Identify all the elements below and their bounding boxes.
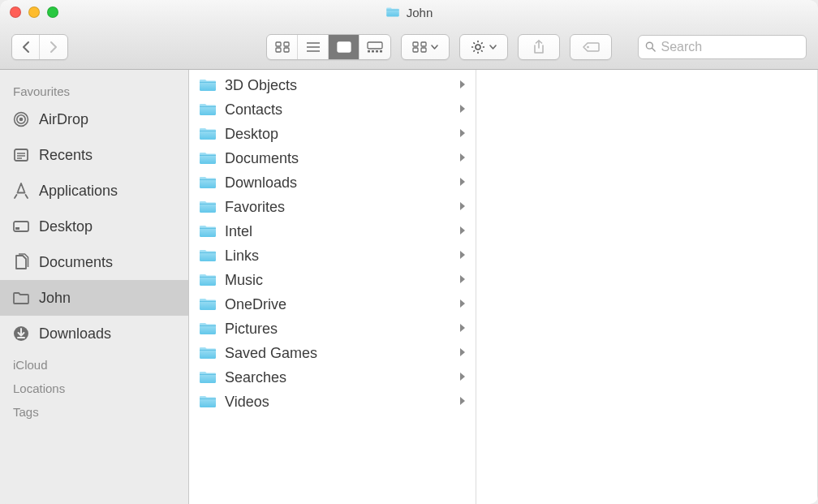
folder-icon: [199, 175, 217, 190]
folder-row[interactable]: OneDrive: [189, 292, 476, 317]
folder-row[interactable]: Links: [189, 243, 476, 268]
folder-row[interactable]: Videos: [189, 390, 476, 414]
documents-icon: [11, 253, 31, 271]
folder-icon: [11, 291, 31, 305]
sidebar-item-label: Desktop: [39, 218, 93, 235]
folder-icon: [199, 394, 217, 409]
sidebar-item-applications[interactable]: Applications: [0, 173, 188, 209]
column-browser: 3D ObjectsContactsDesktopDocumentsDownlo…: [189, 70, 818, 504]
folder-label: Searches: [225, 369, 452, 386]
arrange-button[interactable]: [402, 35, 449, 59]
chevron-right-icon: [460, 323, 466, 335]
folder-row[interactable]: Pictures: [189, 317, 476, 341]
sidebar-item-documents[interactable]: Documents: [0, 244, 188, 280]
sidebar-heading-tags: Tags: [0, 398, 188, 422]
svg-rect-18: [421, 48, 426, 52]
column-1: 3D ObjectsContactsDesktopDocumentsDownlo…: [189, 70, 476, 504]
sidebar-item-label: AirDrop: [39, 111, 88, 128]
svg-line-30: [652, 48, 655, 51]
svg-rect-10: [368, 42, 382, 49]
folder-row[interactable]: Saved Games: [189, 341, 476, 365]
folder-label: Saved Games: [225, 345, 452, 362]
svg-rect-17: [413, 48, 418, 52]
folder-label: Pictures: [225, 321, 452, 338]
folder-row[interactable]: Intel: [189, 219, 476, 243]
chevron-right-icon: [460, 201, 466, 213]
list-view-button[interactable]: [298, 35, 329, 59]
folder-icon: [199, 102, 217, 117]
svg-rect-11: [368, 50, 370, 53]
sidebar-heading-locations: Locations: [0, 375, 188, 398]
search-icon: [645, 41, 656, 53]
folder-label: Links: [225, 248, 452, 265]
action-segment: [459, 34, 508, 60]
folder-row[interactable]: Contacts: [189, 97, 476, 122]
search-input[interactable]: [661, 40, 799, 54]
folder-label: Favorites: [225, 199, 452, 216]
chevron-down-icon: [431, 45, 438, 50]
column-view-button[interactable]: [329, 35, 359, 59]
chevron-right-icon: [49, 41, 58, 54]
folder-label: OneDrive: [225, 296, 452, 313]
folder-label: Downloads: [225, 174, 452, 192]
chevron-right-icon: [460, 128, 466, 140]
sidebar-item-downloads[interactable]: Downloads: [0, 316, 188, 351]
search-box[interactable]: [638, 35, 807, 59]
share-button[interactable]: [519, 35, 559, 59]
gallery-view-button[interactable]: [359, 35, 390, 59]
svg-rect-0: [276, 42, 281, 46]
window-title: John: [407, 6, 433, 19]
folder-icon: [199, 321, 217, 336]
body: Favourites AirDrop Recents Applications …: [0, 70, 818, 504]
chevron-right-icon: [460, 372, 466, 384]
toolbar: [0, 24, 818, 70]
grid-icon: [275, 41, 290, 53]
svg-line-27: [473, 50, 475, 52]
folder-row[interactable]: Favorites: [189, 195, 476, 219]
sidebar-item-label: Documents: [39, 254, 113, 271]
gear-icon: [471, 40, 485, 54]
folder-icon: [199, 78, 217, 93]
folder-row[interactable]: 3D Objects: [189, 73, 476, 97]
share-segment: [518, 34, 560, 60]
sidebar-item-label: Recents: [39, 147, 93, 164]
tags-button[interactable]: [570, 35, 611, 59]
folder-icon: [199, 151, 217, 166]
svg-rect-7: [338, 42, 351, 52]
folder-icon: [199, 297, 217, 312]
folder-label: 3D Objects: [225, 77, 452, 94]
action-button[interactable]: [460, 35, 507, 59]
sidebar-item-john[interactable]: John: [0, 280, 188, 316]
folder-row[interactable]: Searches: [189, 365, 476, 390]
folder-icon: [199, 346, 217, 360]
close-window-button[interactable]: [10, 6, 21, 18]
sidebar-item-desktop[interactable]: Desktop: [0, 209, 188, 244]
icon-view-button[interactable]: [267, 35, 298, 59]
tag-icon: [582, 41, 600, 53]
sidebar-heading-favourites: Favourites: [0, 78, 188, 101]
svg-rect-1: [284, 42, 289, 46]
svg-rect-12: [372, 50, 374, 53]
folder-row[interactable]: Desktop: [189, 122, 476, 146]
back-button[interactable]: [12, 35, 40, 59]
folder-row[interactable]: Downloads: [189, 170, 476, 195]
chevron-right-icon: [460, 250, 466, 262]
chevron-right-icon: [460, 347, 466, 360]
zoom-window-button[interactable]: [47, 6, 58, 18]
arrange-segment: [401, 34, 450, 60]
sidebar-item-airdrop[interactable]: AirDrop: [0, 101, 188, 137]
arrange-icon: [412, 41, 427, 53]
folder-row[interactable]: Music: [189, 268, 476, 292]
view-segment: [266, 34, 391, 60]
folder-row[interactable]: Documents: [189, 146, 476, 170]
sidebar: Favourites AirDrop Recents Applications …: [0, 70, 189, 504]
applications-icon: [11, 182, 31, 200]
nav-segment: [11, 34, 68, 60]
forward-button[interactable]: [40, 35, 67, 59]
folder-icon: [199, 248, 217, 263]
svg-point-28: [587, 45, 589, 48]
sidebar-item-recents[interactable]: Recents: [0, 137, 188, 173]
minimize-window-button[interactable]: [28, 6, 40, 18]
folder-label: Desktop: [225, 126, 452, 143]
svg-line-26: [481, 42, 483, 44]
